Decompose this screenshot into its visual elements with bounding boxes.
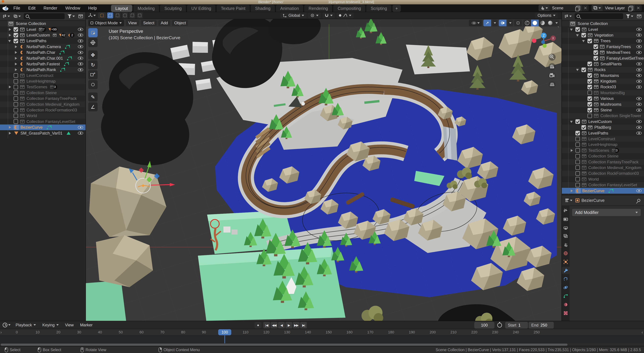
outliner-row[interactable]: NurbsPath.Char [0,50,86,55]
hide-in-viewport-toggle[interactable] [636,45,642,48]
viewport-scene[interactable]: Z X ‹ [86,19,562,321]
tab-modifiers[interactable] [562,267,570,274]
timeline-ruler[interactable]: › ‹ 010203040506070809010011012013014015… [0,329,644,336]
outliner-row[interactable]: Collection FantasyTreePack [562,159,644,165]
hide-in-viewport-toggle[interactable] [636,28,642,31]
frame-start-field[interactable]: Start1 [505,322,528,329]
outliner-row[interactable]: Collection FantasyLevelSet [0,119,86,124]
exclude-checkbox[interactable] [576,131,580,135]
outliner-row[interactable]: Rocks [562,67,644,72]
select-mode-subtract-button[interactable] [122,12,128,18]
tool-select-box[interactable]: ➢ [88,28,98,37]
exclude-checkbox[interactable] [576,154,580,158]
hide-in-viewport-toggle[interactable] [636,120,642,123]
outliner-row[interactable]: Level7+99 [0,26,86,32]
outliner-search-input[interactable] [24,13,65,19]
outliner-row[interactable]: World [562,176,644,182]
shading-solid-button[interactable] [531,19,539,26]
menu-edit[interactable]: Edit [24,6,40,10]
exclude-checkbox[interactable] [588,114,592,118]
select-mode-extend-button[interactable] [114,12,120,18]
hide-in-viewport-toggle[interactable] [78,51,83,54]
gizmos-toggle[interactable]: ↗ [483,19,491,26]
outliner-row[interactable]: Collection FantasyLevelSet [562,182,644,188]
outliner-row[interactable]: Collection FantasyTreePack [0,96,86,101]
tool-move[interactable]: ✥ [88,50,98,59]
exclude-checkbox[interactable] [588,73,592,78]
outliner-row[interactable]: Steine [562,107,644,113]
hide-in-viewport-toggle[interactable] [78,45,83,48]
playhead-frame-pill[interactable]: 100 [218,329,231,335]
panel-collapse-arrow[interactable]: ‹ [642,330,643,335]
outliner-row[interactable]: Various [562,96,644,101]
tab-animation[interactable]: Animation [276,5,303,12]
keying-menu[interactable]: Keying [40,322,61,328]
hide-in-viewport-toggle[interactable] [636,109,642,112]
viewport-menu-view[interactable]: View [126,20,139,26]
exclude-checkbox[interactable] [588,62,592,66]
hide-in-viewport-toggle[interactable] [78,131,83,135]
select-mode-invert-button[interactable] [129,12,135,18]
titlebar[interactable]: Blender* [/home/ 3/jumpnrun-testlevel3_3… [0,0,644,4]
outliner-row[interactable]: LevelCustom422 [0,32,86,38]
exclude-checkbox[interactable] [14,79,18,84]
menu-window[interactable]: Window [61,6,84,10]
outliner-row[interactable]: LevelHeightmap [562,142,644,147]
menu-file[interactable]: File [10,6,24,10]
transform-orientation-dropdown[interactable]: Global [280,12,306,18]
playback-menu[interactable]: Playback [13,322,38,328]
timeline-scrollbar[interactable] [1,344,568,346]
exclude-checkbox[interactable] [14,102,18,107]
play-reverse-button[interactable]: ◀ [278,322,285,328]
hide-in-viewport-toggle[interactable] [636,85,642,89]
outliner-row[interactable]: Rocks03 [562,84,644,90]
overlays-toggle[interactable] [499,19,506,26]
exclude-checkbox[interactable] [576,160,580,164]
tab-tool[interactable] [562,207,570,214]
outliner-row[interactable]: World [0,113,86,119]
filter-button[interactable] [625,14,634,19]
exclude-checkbox[interactable] [576,171,580,176]
blender-logo-icon[interactable] [2,5,10,11]
add-workspace-button[interactable]: + [392,5,401,12]
outliner-row[interactable]: BezierCurve [562,188,644,194]
tab-compositing[interactable]: Compositing [333,5,365,12]
shading-wireframe-button[interactable] [523,19,531,26]
outliner-row[interactable]: NurbsPath.Camera [0,44,86,50]
hide-in-viewport-toggle[interactable] [636,80,642,83]
pivot-point-dropdown[interactable] [308,12,321,18]
exclude-checkbox[interactable] [14,39,18,43]
exclude-checkbox[interactable] [588,96,592,101]
editor-type-button[interactable] [564,13,573,19]
tab-texture[interactable] [562,310,570,317]
scene-selector[interactable]: Scene ✕ [538,5,589,11]
viewport-editor-type-button[interactable] [87,12,97,18]
tool-measure[interactable]: ∠ [88,102,98,111]
expand-arrow[interactable] [14,67,18,72]
add-modifier-button[interactable]: Add Modifier [572,209,641,216]
outliner-row[interactable]: NurbsPath.Char.001 [0,55,86,61]
timeline-marker-menu[interactable]: Marker [78,322,95,328]
outliner-search-input[interactable] [574,13,623,19]
hide-in-viewport-toggle[interactable] [636,51,642,54]
tab-object-data[interactable] [562,292,570,300]
exclude-checkbox[interactable] [14,90,18,95]
tool-annotate[interactable]: ✎ [88,92,98,101]
outliner-row[interactable]: Collection Steine [0,90,86,96]
select-mode-new-button[interactable] [107,12,113,18]
exclude-checkbox[interactable] [588,90,592,95]
outliner-row[interactable]: Kingdom [562,78,644,84]
object-visibility-dropdown[interactable] [469,19,482,26]
hide-in-viewport-toggle[interactable] [636,68,642,71]
expand-arrow[interactable] [14,62,18,66]
outliner-row[interactable]: Collection Medieval_Kingdom [562,165,644,171]
viewport-menu-object[interactable]: Object [172,20,188,26]
tab-particles[interactable] [562,275,570,283]
outliner-row[interactable]: FanasyLevelSetTrees [562,55,644,61]
hide-in-viewport-toggle[interactable] [636,126,642,129]
tool-cursor[interactable] [88,38,98,47]
tab-physics[interactable] [562,284,570,291]
expand-arrow[interactable] [14,50,18,55]
outliner-row[interactable]: SmallPlants [562,61,644,67]
tab-scene[interactable] [562,241,570,249]
